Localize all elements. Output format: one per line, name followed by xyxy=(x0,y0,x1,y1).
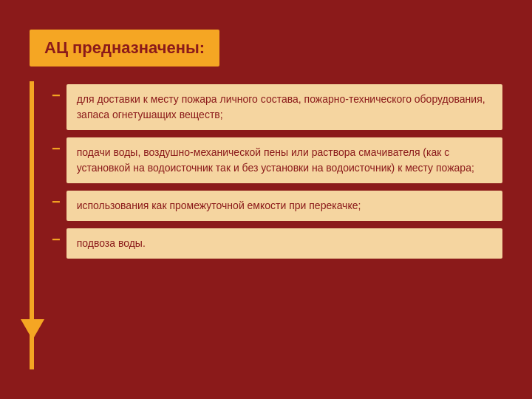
item-text-1: для доставки к месту пожара личного сост… xyxy=(77,93,485,120)
dash-icon: − xyxy=(52,230,61,249)
item-text-4: подвоза воды. xyxy=(77,237,146,249)
list-item: − использования как промежуточной емкост… xyxy=(52,191,502,221)
dash-icon: − xyxy=(52,139,61,158)
item-box-2: подачи воды, воздушно-механической пены … xyxy=(66,137,502,183)
title-box: АЦ предназначены: xyxy=(30,30,219,66)
dash-icon: − xyxy=(52,192,61,211)
dash-icon: − xyxy=(52,86,61,105)
list-item: − подачи воды, воздушно-механической пен… xyxy=(52,137,502,183)
item-text-2: подачи воды, воздушно-механической пены … xyxy=(77,146,474,174)
item-box-1: для доставки к месту пожара личного сост… xyxy=(66,84,502,130)
item-box-4: подвоза воды. xyxy=(66,228,502,259)
list-item: − для доставки к месту пожара личного со… xyxy=(52,84,502,130)
slide: АЦ предназначены: − для доставки к месту… xyxy=(15,15,517,384)
item-box-3: использования как промежуточной емкости … xyxy=(66,191,502,221)
item-text-3: использования как промежуточной емкости … xyxy=(77,200,361,211)
slide-title: АЦ предназначены: xyxy=(44,38,205,57)
list-item: − подвоза воды. xyxy=(52,228,502,259)
items-container: − для доставки к месту пожара личного со… xyxy=(52,84,502,259)
arrow-down-icon xyxy=(21,319,44,340)
